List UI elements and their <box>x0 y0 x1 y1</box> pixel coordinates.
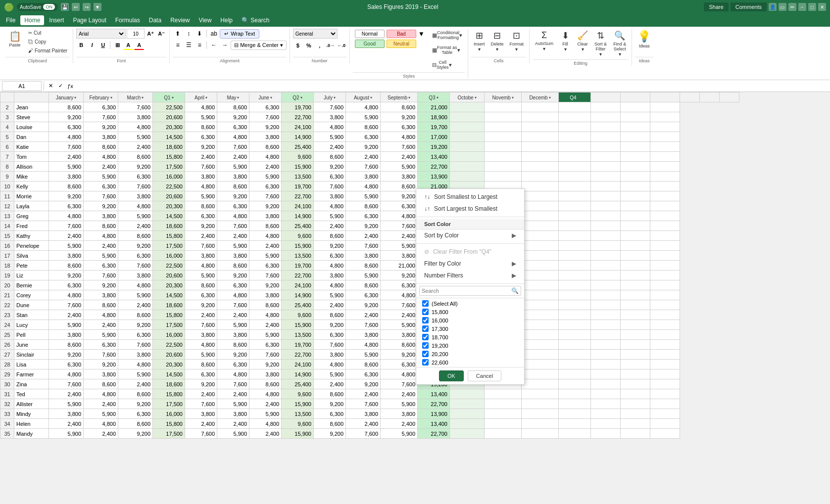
cell-value[interactable]: 7,600 <box>49 300 84 310</box>
cell-q4[interactable] <box>450 132 485 142</box>
cell-value[interactable]: 5,900 <box>249 172 282 182</box>
underline-button[interactable]: U <box>98 40 108 50</box>
cell-value[interactable]: 7,600 <box>249 191 282 201</box>
cut-button[interactable]: ✂ Cut <box>26 29 70 37</box>
cell-value[interactable]: 9,200 <box>249 280 282 290</box>
cell-value[interactable]: 9,200 <box>314 241 346 251</box>
cell-value[interactable]: 8,600 <box>185 360 217 369</box>
cell-value[interactable]: 2,400 <box>185 419 217 429</box>
col-E-filter-arrow[interactable]: ▾ <box>172 95 174 100</box>
cell-name[interactable]: Fred <box>14 221 49 231</box>
cell-value[interactable]: 20,600 <box>153 112 185 122</box>
empty-cell[interactable] <box>559 290 591 300</box>
paste-button[interactable]: 📋 Paste <box>5 29 25 49</box>
cell-value[interactable]: 8,600 <box>217 102 249 112</box>
empty-cell[interactable] <box>559 182 591 191</box>
cell-value[interactable]: 8,600 <box>249 379 282 389</box>
empty-cell[interactable] <box>522 162 559 172</box>
empty-cell[interactable] <box>621 409 650 419</box>
empty-cell[interactable] <box>591 290 621 300</box>
empty-cell[interactable] <box>559 142 591 152</box>
cell-value[interactable]: 5,900 <box>49 320 84 330</box>
cell-value[interactable]: 5,900 <box>381 162 418 172</box>
col-header-R[interactable] <box>591 92 621 102</box>
cell-value[interactable]: 14,500 <box>153 369 185 379</box>
cell-name[interactable]: Pell <box>14 330 49 340</box>
clear-button[interactable]: 🧹 Clear ▾ <box>575 29 590 58</box>
cell-value[interactable]: 7,600 <box>49 379 84 389</box>
col-M-filter-arrow[interactable]: ▾ <box>437 95 439 100</box>
cell-value[interactable]: 6,300 <box>84 261 118 271</box>
cell-value[interactable]: 9,600 <box>282 419 314 429</box>
empty-cell[interactable] <box>559 112 591 122</box>
empty-cell[interactable] <box>650 369 680 379</box>
cell-value[interactable]: 5,900 <box>217 399 249 409</box>
cell-value[interactable]: 4,800 <box>84 152 118 162</box>
empty-cell[interactable] <box>650 350 680 360</box>
col-N-filter-arrow[interactable]: ▾ <box>475 95 477 100</box>
cell-value[interactable]: 9,200 <box>346 221 381 231</box>
empty-cell[interactable] <box>591 261 621 271</box>
cell-value[interactable]: 14,900 <box>282 211 314 221</box>
cell-value[interactable]: 6,300 <box>84 102 118 112</box>
cancel-formula-btn[interactable]: ✕ <box>46 82 55 91</box>
empty-cell[interactable] <box>650 290 680 300</box>
font-color-button[interactable]: A <box>134 40 144 50</box>
cell-value[interactable]: 14,500 <box>153 211 185 221</box>
cell-value[interactable]: 13,500 <box>282 330 314 340</box>
empty-cell[interactable] <box>650 132 680 142</box>
empty-cell[interactable] <box>522 241 559 251</box>
cell-value[interactable]: 18,600 <box>153 300 185 310</box>
empty-cell[interactable] <box>485 122 522 132</box>
minimize-icon[interactable]: − <box>798 3 806 11</box>
empty-cell[interactable] <box>559 330 591 340</box>
cell-value[interactable]: 5,900 <box>217 320 249 330</box>
cell-value[interactable]: 4,800 <box>314 360 346 369</box>
empty-cell[interactable] <box>522 419 559 429</box>
cell-value[interactable]: 4,800 <box>49 290 84 300</box>
empty-cell[interactable] <box>621 251 650 261</box>
ideas-button[interactable]: 💡 Ideas <box>635 29 653 50</box>
empty-cell[interactable] <box>522 320 559 330</box>
filter-checkbox[interactable] <box>422 359 429 366</box>
cell-value[interactable]: 9,200 <box>381 271 418 280</box>
cell-value[interactable]: 4,800 <box>49 369 84 379</box>
cell-value[interactable]: 2,400 <box>217 310 249 320</box>
comma-btn[interactable]: , <box>315 41 325 50</box>
empty-cell[interactable] <box>591 340 621 350</box>
cell-value[interactable]: 3,800 <box>314 191 346 201</box>
cell-value[interactable]: 2,400 <box>84 162 118 172</box>
col-K-filter-arrow[interactable]: ▾ <box>370 95 372 100</box>
cell-value[interactable]: 7,600 <box>346 241 381 251</box>
empty-cell[interactable] <box>650 271 680 280</box>
cell-value[interactable]: 6,300 <box>84 340 118 350</box>
cell-value[interactable]: 7,600 <box>84 112 118 122</box>
cell-value[interactable]: 2,400 <box>381 231 418 241</box>
empty-cell[interactable] <box>485 152 522 162</box>
cell-value[interactable]: 19,700 <box>282 340 314 350</box>
empty-cell[interactable] <box>559 132 591 142</box>
empty-cell[interactable] <box>591 399 621 409</box>
cell-value[interactable]: 6,300 <box>249 261 282 271</box>
cell-name[interactable]: Liz <box>14 271 49 280</box>
cell-value[interactable]: 9,200 <box>314 429 346 439</box>
empty-cell[interactable] <box>591 350 621 360</box>
autosave-toggle[interactable]: AutoSave ON <box>17 3 58 11</box>
cell-value[interactable]: 20,300 <box>153 360 185 369</box>
share-button[interactable]: Share <box>704 2 728 11</box>
cell-value[interactable]: 9,200 <box>118 162 153 172</box>
cell-value[interactable]: 2,400 <box>49 231 84 241</box>
cell-value[interactable]: 7,600 <box>249 350 282 360</box>
empty-cell[interactable] <box>650 172 680 182</box>
cell-value[interactable]: 3,800 <box>118 112 153 122</box>
cell-value[interactable]: 2,400 <box>314 300 346 310</box>
cell-value[interactable]: 9,600 <box>282 152 314 162</box>
cell-value[interactable]: 6,300 <box>314 172 346 182</box>
cell-value[interactable]: 9,200 <box>84 360 118 369</box>
menu-insert[interactable]: Insert <box>45 15 68 25</box>
cell-value[interactable]: 7,600 <box>185 162 217 172</box>
cell-value[interactable]: 8,600 <box>346 122 381 132</box>
cell-value[interactable]: 25,400 <box>282 300 314 310</box>
empty-cell[interactable] <box>485 132 522 142</box>
cell-value[interactable]: 2,400 <box>49 310 84 320</box>
